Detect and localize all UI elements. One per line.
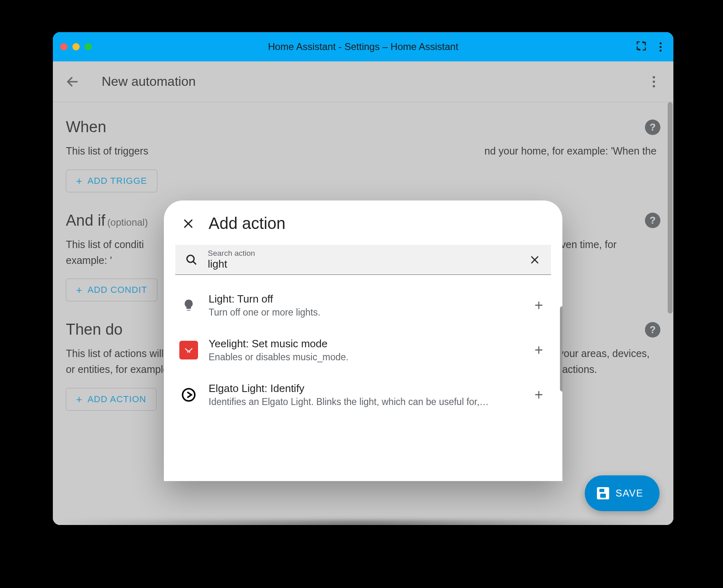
window-controls: [60, 43, 92, 50]
svg-line-4: [193, 261, 196, 264]
result-title: Yeelight: Set music mode: [209, 338, 520, 350]
result-title: Light: Turn off: [209, 293, 520, 305]
results-list: Light: Turn off Turn off one or more lig…: [164, 275, 562, 458]
search-input[interactable]: [208, 258, 518, 270]
minimize-window-button[interactable]: [72, 43, 80, 50]
scrollbar-thumb[interactable]: [560, 306, 562, 392]
extension-icon[interactable]: [635, 40, 647, 54]
add-action-dialog: Add action Search action: [164, 200, 562, 481]
result-item[interactable]: Light: Turn off Turn off one or more lig…: [172, 283, 554, 328]
result-description: Identifies an Elgato Light. Blinks the l…: [209, 396, 520, 407]
result-description: Enables or disables music_mode.: [209, 352, 520, 363]
save-fab[interactable]: SAVE: [585, 475, 660, 511]
maximize-window-button[interactable]: [85, 43, 92, 50]
result-description: Turn off one or more lights.: [209, 307, 520, 318]
search-field[interactable]: Search action: [175, 245, 551, 275]
titlebar-menu-icon[interactable]: [655, 42, 666, 52]
window-title: Home Assistant - Settings – Home Assista…: [268, 41, 458, 52]
result-title: Elgato Light: Identify: [209, 382, 520, 395]
result-item[interactable]: Yeelight: Set music mode Enables or disa…: [172, 328, 554, 372]
search-label: Search action: [208, 249, 518, 258]
svg-point-7: [183, 389, 195, 401]
lightbulb-icon: [179, 296, 198, 315]
content-area: New automation When ? This list of trigg…: [53, 61, 673, 525]
result-item[interactable]: Elgato Light: Identify Identifies an Elg…: [172, 372, 554, 417]
window-shadow: [53, 520, 673, 545]
clear-search-button[interactable]: [527, 252, 543, 268]
titlebar: Home Assistant - Settings – Home Assista…: [53, 32, 673, 61]
search-icon: [183, 252, 200, 268]
close-window-button[interactable]: [60, 43, 68, 50]
save-icon: [597, 487, 609, 499]
add-icon[interactable]: +: [531, 342, 547, 358]
add-icon[interactable]: +: [531, 387, 547, 403]
add-icon[interactable]: +: [531, 297, 547, 314]
yeelight-icon: [179, 341, 198, 359]
app-window: Home Assistant - Settings – Home Assista…: [53, 32, 673, 525]
close-dialog-button[interactable]: [180, 216, 196, 232]
dialog-title: Add action: [209, 214, 285, 233]
svg-point-3: [187, 255, 194, 262]
elgato-icon: [179, 385, 198, 404]
